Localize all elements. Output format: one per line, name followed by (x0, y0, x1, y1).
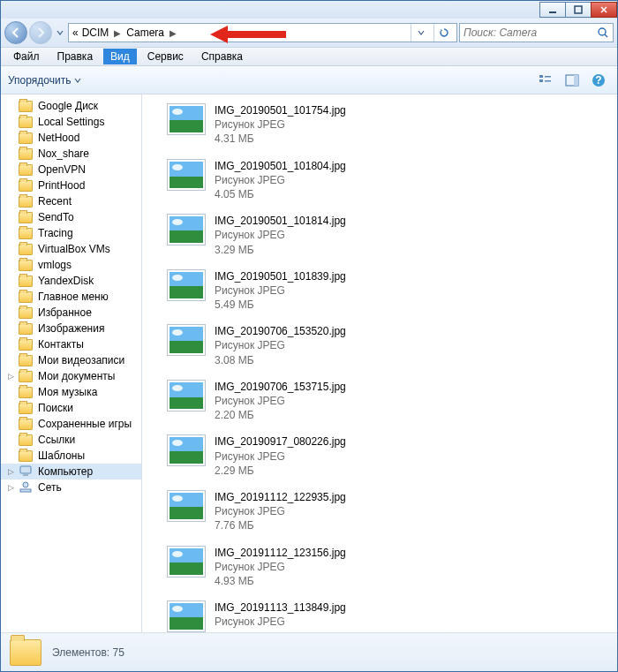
breadcrumb-dcim[interactable]: DCIM (82, 26, 109, 39)
breadcrumb-root[interactable]: « (72, 26, 79, 39)
menu-service[interactable]: Сервис (140, 49, 191, 64)
search-input[interactable] (464, 26, 609, 39)
minimize-button[interactable] (539, 2, 566, 18)
status-bar: Элементов: 75 (1, 632, 617, 671)
preview-pane-button[interactable] (561, 70, 584, 91)
tree-item[interactable]: Nox_share (1, 146, 141, 162)
tree-item[interactable]: Сохраненные игры (1, 416, 141, 432)
svg-rect-6 (545, 80, 551, 82)
tree-item[interactable]: NetHood (1, 130, 141, 146)
file-item[interactable]: IMG_20190917_080226.jpgРисунок JPEG2.29 … (142, 431, 617, 487)
tree-item-label: Главное меню (38, 291, 109, 303)
tree-item[interactable]: Tracing (1, 225, 141, 241)
refresh-button[interactable] (433, 24, 453, 42)
tree-item[interactable]: PrintHood (1, 177, 141, 193)
file-type: Рисунок JPEG (215, 394, 346, 408)
help-button[interactable]: ? (587, 70, 610, 91)
file-item[interactable]: IMG_20190501_101814.jpgРисунок JPEG3.29 … (142, 210, 617, 266)
tree-item[interactable]: Контакты (1, 336, 141, 352)
tree-item[interactable]: Поиски (1, 400, 141, 416)
folder-icon (19, 450, 33, 462)
image-thumbnail-icon (167, 324, 206, 356)
file-item[interactable]: IMG_20190706_153715.jpgРисунок JPEG2.20 … (142, 376, 617, 432)
file-name: IMG_20191112_122935.jpg (215, 490, 346, 504)
file-size: 4.93 МБ (215, 574, 346, 588)
folder-icon (19, 403, 33, 414)
file-size: 4.31 МБ (215, 132, 346, 146)
file-item[interactable]: IMG_20191112_122935.jpgРисунок JPEG7.76 … (142, 487, 617, 542)
file-size: 7.76 МБ (215, 518, 346, 532)
maximize-button[interactable] (565, 2, 592, 18)
svg-rect-1 (575, 6, 582, 13)
menu-view[interactable]: Вид (103, 49, 137, 64)
tree-item[interactable]: Главное меню (1, 289, 141, 305)
tree-item[interactable]: OpenVPN (1, 162, 141, 177)
file-meta: IMG_20190706_153520.jpgРисунок JPEG3.08 … (215, 324, 346, 367)
file-item[interactable]: IMG_20190501_101839.jpgРисунок JPEG5.49 … (142, 266, 617, 321)
address-dropdown[interactable] (411, 24, 430, 42)
folder-icon (19, 196, 33, 208)
tree-item-label: Компьютер (38, 465, 93, 478)
tree-item[interactable]: Моя музыка (1, 384, 141, 400)
tree-item-label: PrintHood (38, 179, 85, 192)
tree-item[interactable]: Мои видеозаписи (1, 352, 141, 368)
tree-item-label: VirtualBox VMs (38, 243, 110, 255)
forward-button[interactable] (29, 21, 52, 44)
organize-button[interactable]: Упорядочить (8, 74, 81, 87)
svg-rect-11 (20, 466, 31, 473)
file-item[interactable]: IMG_20191112_123156.jpgРисунок JPEG4.93 … (142, 542, 617, 598)
menu-edit[interactable]: Правка (50, 49, 101, 64)
tree-item[interactable]: YandexDisk (1, 273, 141, 289)
tree-item-label: OpenVPN (38, 163, 86, 176)
breadcrumb-camera[interactable]: Camera (126, 26, 164, 39)
folder-icon (19, 371, 33, 382)
tree-item[interactable]: VirtualBox VMs (1, 241, 141, 257)
file-type: Рисунок JPEG (215, 117, 346, 132)
tree-item[interactable]: Избранное (1, 305, 141, 321)
file-item[interactable]: IMG_20190501_101804.jpgРисунок JPEG4.05 … (142, 155, 617, 211)
tree-item-label: Recent (38, 195, 72, 208)
svg-point-13 (23, 482, 28, 487)
expand-icon[interactable]: ▷ (6, 372, 15, 381)
tree-item[interactable]: Изображения (1, 321, 141, 336)
tree-item[interactable]: Recent (1, 193, 141, 209)
tree-item[interactable]: SendTo (1, 209, 141, 225)
nav-tree[interactable]: Google ДискLocal SettingsNetHoodNox_shar… (1, 94, 142, 632)
expand-icon[interactable]: ▷ (6, 467, 15, 476)
file-item[interactable]: IMG_20190501_101754.jpgРисунок JPEG4.31 … (142, 100, 617, 155)
view-options-button[interactable] (534, 70, 557, 91)
tree-item[interactable]: Local Settings (1, 114, 141, 130)
file-item[interactable]: IMG_20190706_153520.jpgРисунок JPEG3.08 … (142, 321, 617, 376)
folder-icon (19, 244, 33, 255)
tree-item[interactable]: Шаблоны (1, 448, 141, 464)
tree-item[interactable]: Google Диск (1, 98, 141, 114)
file-list[interactable]: IMG_20190501_101754.jpgРисунок JPEG4.31 … (142, 94, 617, 632)
file-name: IMG_20191113_113849.jpg (215, 600, 346, 615)
tree-item[interactable]: vmlogs (1, 257, 141, 273)
explorer-window: « DCIM ▶ Camera ▶ Файл Правка Вид Сервис… (0, 0, 618, 672)
file-item[interactable]: IMG_20191113_113849.jpgРисунок JPEG (142, 597, 617, 632)
file-size: 4.05 МБ (215, 187, 346, 201)
history-dropdown[interactable] (54, 22, 66, 43)
folder-icon (19, 180, 33, 192)
tree-item[interactable]: Ссылки (1, 432, 141, 448)
file-name: IMG_20191112_123156.jpg (215, 546, 346, 560)
tree-item-label: Мои видеозаписи (38, 354, 124, 366)
svg-rect-14 (20, 489, 31, 492)
menu-file[interactable]: Файл (6, 49, 47, 64)
address-bar[interactable]: « DCIM ▶ Camera ▶ (68, 23, 457, 42)
chevron-right-icon: ▶ (168, 28, 178, 38)
tree-item[interactable]: ▷Мои документы (1, 368, 141, 384)
folder-icon (19, 355, 33, 366)
tree-item[interactable]: ▷Сеть (1, 479, 141, 495)
tree-item[interactable]: ▷Компьютер (1, 464, 141, 479)
expand-icon[interactable]: ▷ (6, 483, 15, 492)
back-button[interactable] (4, 21, 27, 44)
tree-item-label: Поиски (38, 402, 73, 414)
menu-help[interactable]: Справка (194, 49, 250, 64)
search-box[interactable] (459, 23, 614, 42)
toolbar: Упорядочить ? (1, 66, 617, 94)
file-type: Рисунок JPEG (215, 504, 346, 518)
file-meta: IMG_20191113_113849.jpgРисунок JPEG (215, 600, 346, 629)
close-button[interactable] (591, 2, 617, 18)
